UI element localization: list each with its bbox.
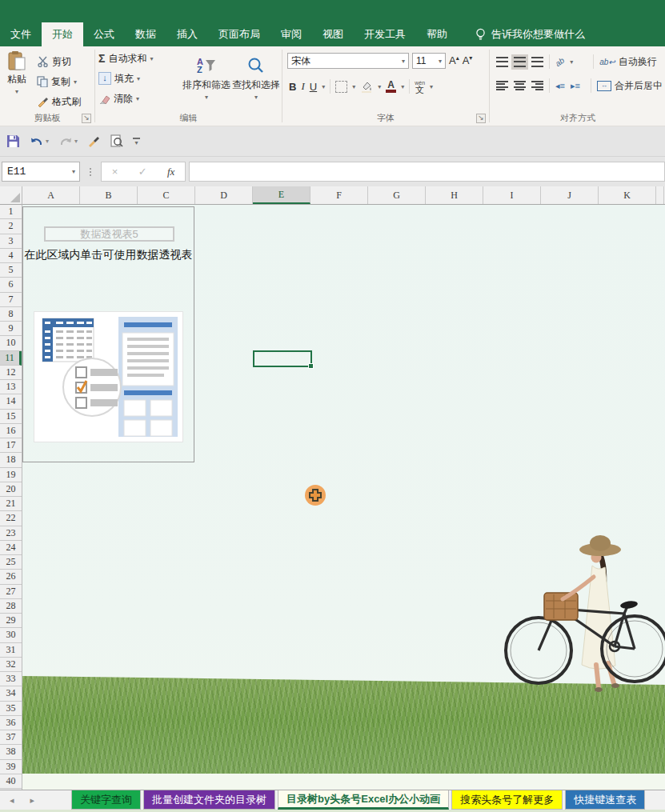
row-header-25[interactable]: 25 xyxy=(0,555,22,570)
clipboard-dialog-launcher[interactable]: ↘ xyxy=(82,114,91,123)
row-header-1[interactable]: 1 xyxy=(0,205,22,219)
fill-color-dropdown-icon[interactable]: ▾ xyxy=(378,83,381,90)
phonetic-guide-button[interactable]: wén 文 xyxy=(415,80,425,93)
sheet-canvas[interactable]: 数据透视表5 在此区域内单击可使用数据透视表 xyxy=(22,205,665,790)
align-top-icon[interactable] xyxy=(496,57,508,67)
column-header-D[interactable]: D xyxy=(195,186,253,204)
column-header-H[interactable]: H xyxy=(426,186,483,204)
row-header-39[interactable]: 39 xyxy=(0,760,22,774)
underline-button[interactable]: U xyxy=(310,81,317,93)
autosum-dropdown-icon[interactable]: ▾ xyxy=(150,55,153,62)
phonetic-dropdown-icon[interactable]: ▾ xyxy=(430,83,433,90)
row-header-34[interactable]: 34 xyxy=(0,686,22,701)
sheet-tab-4[interactable]: 快捷键速查表 xyxy=(565,790,645,810)
save-button[interactable] xyxy=(6,134,20,148)
column-header-C[interactable]: C xyxy=(138,186,195,204)
fill-button[interactable]: ↓ 填充 ▾ xyxy=(95,70,182,86)
clear-dropdown-icon[interactable]: ▾ xyxy=(136,95,139,102)
align-center-icon[interactable] xyxy=(514,81,526,91)
orientation-icon[interactable]: ab xyxy=(554,55,566,67)
copy-button[interactable]: 复制 ▾ xyxy=(34,74,81,90)
row-header-31[interactable]: 31 xyxy=(0,643,22,658)
row-header-7[interactable]: 7 xyxy=(0,293,22,307)
column-header-G[interactable]: G xyxy=(368,186,426,204)
column-header-B[interactable]: B xyxy=(80,186,138,204)
sheet-tab-3[interactable]: 搜索头条号了解更多 xyxy=(451,790,563,810)
wrap-text-button[interactable]: ab↩ 自动换行 xyxy=(599,55,657,69)
increase-font-icon[interactable]: A▴ xyxy=(449,54,459,66)
borders-dropdown-icon[interactable]: ▾ xyxy=(352,83,355,90)
format-painter-button[interactable]: 格式刷 xyxy=(34,94,81,110)
row-header-20[interactable]: 20 xyxy=(0,482,22,497)
copy-dropdown-icon[interactable]: ▾ xyxy=(74,78,77,86)
undo-dropdown-icon[interactable]: ▾ xyxy=(46,138,49,145)
row-header-16[interactable]: 16 xyxy=(0,424,22,438)
customize-qat-button[interactable]: ▾ xyxy=(133,138,140,145)
row-header-18[interactable]: 18 xyxy=(0,453,22,467)
autosum-button[interactable]: Σ 自动求和 ▾ xyxy=(95,50,182,66)
name-box[interactable]: E11 ▾ xyxy=(2,162,80,182)
italic-button[interactable]: I xyxy=(301,80,304,93)
font-name-combo[interactable]: 宋体 ▾ xyxy=(287,53,409,69)
sheet-tab-2[interactable]: 目录树by头条号Excel办公小动画 xyxy=(278,790,449,810)
row-header-28[interactable]: 28 xyxy=(0,599,22,614)
row-header-19[interactable]: 19 xyxy=(0,468,22,482)
increase-indent-icon[interactable]: ▸≡ xyxy=(571,81,580,91)
row-header-37[interactable]: 37 xyxy=(0,730,22,745)
row-header-9[interactable]: 9 xyxy=(0,322,22,336)
cancel-icon[interactable]: × xyxy=(112,166,118,178)
font-dialog-launcher[interactable]: ↘ xyxy=(476,114,486,123)
orientation-dropdown-icon[interactable]: ▾ xyxy=(570,58,573,66)
column-header-A[interactable]: A xyxy=(22,186,80,204)
find-select-dropdown-icon[interactable]: ▾ xyxy=(254,94,258,101)
formula-input[interactable] xyxy=(189,162,665,182)
undo-button[interactable]: ▾ xyxy=(30,136,49,147)
clear-button[interactable]: 清除 ▾ xyxy=(95,90,182,106)
align-right-icon[interactable] xyxy=(531,81,543,91)
menu-tab-9[interactable]: 帮助 xyxy=(416,22,458,46)
menu-tab-2[interactable]: 公式 xyxy=(83,22,125,46)
cut-button[interactable]: 剪切 xyxy=(34,54,81,70)
selected-cell-E11[interactable] xyxy=(253,350,312,367)
select-all-corner[interactable] xyxy=(0,186,22,205)
qat-format-painter-button[interactable] xyxy=(87,135,100,147)
font-color-button[interactable]: A xyxy=(386,81,396,93)
row-header-10[interactable]: 10 xyxy=(0,336,22,350)
row-header-38[interactable]: 38 xyxy=(0,745,22,759)
merge-center-button[interactable]: ↔ 合并后居中 xyxy=(597,79,663,93)
fill-color-icon[interactable] xyxy=(360,81,373,93)
underline-dropdown-icon[interactable]: ▾ xyxy=(322,83,325,90)
align-left-icon[interactable] xyxy=(496,81,508,91)
menu-tab-6[interactable]: 审阅 xyxy=(270,22,312,46)
row-header-12[interactable]: 12 xyxy=(0,366,22,380)
row-header-26[interactable]: 26 xyxy=(0,570,22,584)
sheet-tab-0[interactable]: 关键字查询 xyxy=(71,790,141,810)
menu-tab-7[interactable]: 视图 xyxy=(312,22,354,46)
column-header-L[interactable] xyxy=(656,186,664,204)
sheet-nav-right-icon[interactable]: ▸ xyxy=(30,795,35,806)
align-middle-icon[interactable] xyxy=(514,57,526,67)
row-header-36[interactable]: 36 xyxy=(0,716,22,730)
row-header-11[interactable]: 11 xyxy=(0,351,22,366)
row-header-30[interactable]: 30 xyxy=(0,628,22,642)
sort-filter-dropdown-icon[interactable]: ▾ xyxy=(205,94,208,101)
row-header-27[interactable]: 27 xyxy=(0,585,22,599)
row-header-15[interactable]: 15 xyxy=(0,410,22,424)
row-header-24[interactable]: 24 xyxy=(0,541,22,555)
row-header-29[interactable]: 29 xyxy=(0,614,22,628)
row-header-17[interactable]: 17 xyxy=(0,438,22,453)
menu-tab-4[interactable]: 插入 xyxy=(166,22,208,46)
paste-dropdown-icon[interactable]: ▾ xyxy=(15,88,18,95)
menu-tab-3[interactable]: 数据 xyxy=(125,22,166,46)
column-header-I[interactable]: I xyxy=(483,186,541,204)
row-header-13[interactable]: 13 xyxy=(0,380,22,394)
decrease-indent-icon[interactable]: ◂≡ xyxy=(555,81,565,91)
borders-icon[interactable] xyxy=(335,81,347,93)
column-header-F[interactable]: F xyxy=(310,186,368,204)
row-header-33[interactable]: 33 xyxy=(0,672,22,686)
row-header-32[interactable]: 32 xyxy=(0,658,22,672)
font-size-combo[interactable]: 11 ▾ xyxy=(412,53,446,69)
print-preview-button[interactable] xyxy=(110,134,123,148)
row-header-21[interactable]: 21 xyxy=(0,497,22,511)
fill-dropdown-icon[interactable]: ▾ xyxy=(137,75,140,82)
